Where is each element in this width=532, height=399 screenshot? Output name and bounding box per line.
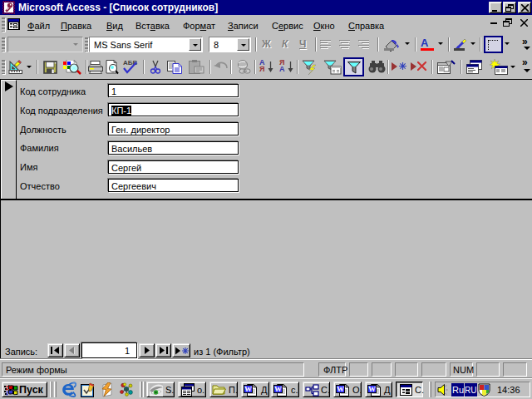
- svg-text:W: W: [274, 385, 282, 393]
- svg-text:W: W: [368, 385, 376, 393]
- svg-text:W: W: [337, 385, 344, 393]
- svg-text:W: W: [244, 385, 252, 393]
